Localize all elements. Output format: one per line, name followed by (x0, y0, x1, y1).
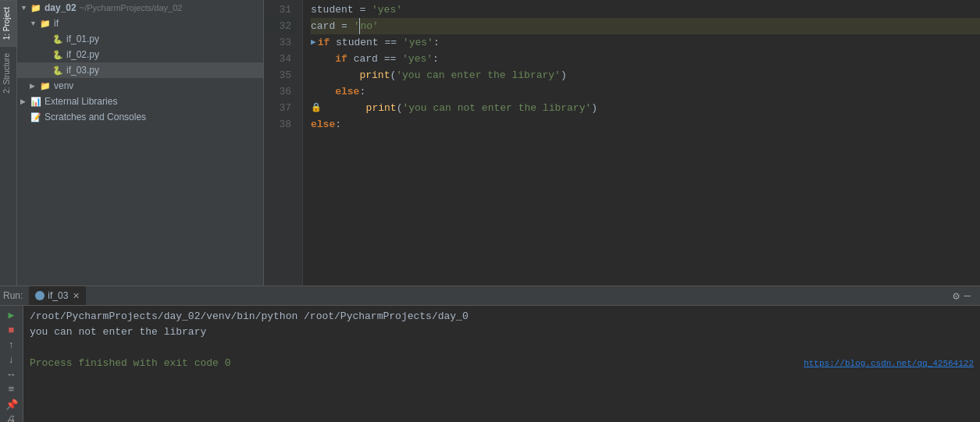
scroll-down-button[interactable]: ↓ (3, 354, 20, 366)
token: 'you can not enter the library' (402, 100, 591, 116)
code-line-31: student = 'yes' (311, 2, 980, 18)
run-output: /root/PycharmProjects/day_02/venv/bin/py… (23, 306, 980, 422)
spacer-if03 (42, 66, 52, 75)
code-line-36: else : (311, 83, 980, 100)
arrow-if: ▼ (30, 20, 39, 27)
bookmark-33: ▶ (311, 34, 316, 51)
token: = (335, 18, 353, 34)
code-line-37: 🔒 print ( 'you can not enter the library… (311, 100, 980, 116)
tree-label-if02: if_02.py (66, 49, 99, 60)
token: 'yes' (402, 51, 433, 67)
token: student == (330, 34, 403, 51)
token: : (335, 116, 341, 133)
token: print (359, 67, 390, 83)
code-content[interactable]: student = 'yes' card = 'no' ▶ if student… (303, 0, 980, 285)
code-line-35: print ( 'you can enter the library' ) (311, 67, 980, 83)
tree-item-if01[interactable]: 🐍 if_01.py (17, 31, 263, 47)
token: 'yes' (372, 2, 402, 18)
token: : (433, 51, 439, 67)
token: ' (354, 18, 360, 34)
token (311, 83, 335, 100)
settings-icon[interactable]: ⚙ (953, 289, 959, 303)
tree-label-if01: if_01.py (66, 34, 99, 44)
run-controls: ⚙ — (953, 289, 977, 303)
line-num-33: 33 (264, 34, 296, 51)
output-line-command: /root/PycharmProjects/day_02/venv/bin/py… (30, 309, 974, 324)
tree-item-day02[interactable]: ▼ 📁 day_02 ~/PycharmProjects/day_02 (17, 0, 263, 16)
line-num-34: 34 (264, 51, 296, 67)
tree-item-scratches[interactable]: 📝 Scratches and Consoles (17, 109, 263, 125)
bottom-panel: Run: if_03 ✕ ⚙ — ▶ ■ ↑ ↓ ↔ ≡ 📌 🖨 ⋯ /r (0, 285, 980, 422)
run-tab-if03[interactable]: if_03 ✕ (29, 286, 86, 305)
line-num-32: 32 (264, 18, 296, 34)
run-tab-bar: Run: if_03 ✕ ⚙ — (0, 286, 980, 306)
bookmark-37: 🔒 (311, 100, 322, 116)
tree-item-if02[interactable]: 🐍 if_02.py (17, 47, 263, 62)
token: : (359, 83, 365, 100)
line-num-31: 31 (264, 2, 296, 18)
cursor: no (359, 18, 372, 34)
left-tab-panel: 1: Project 2: Structure (0, 0, 17, 285)
tree-item-if-folder[interactable]: ▼ 📁 if (17, 16, 263, 31)
tree-item-extlibs[interactable]: ▶ 📊 External Libraries (17, 94, 263, 109)
token: ) (561, 67, 567, 83)
spacer-if01 (42, 35, 52, 44)
wrap-button[interactable]: ↔ (3, 369, 20, 381)
token: ' (372, 18, 379, 34)
code-area: 31 32 33 34 35 36 37 38 student = 'yes' (264, 0, 980, 285)
structure-tab[interactable]: 2: Structure (0, 46, 16, 100)
code-editor: 31 32 33 34 35 36 37 38 student = 'yes' (264, 0, 980, 285)
tree-label-if03: if_03.py (66, 65, 99, 76)
pin-button[interactable]: 📌 (3, 399, 20, 411)
token: 'yes' (403, 34, 433, 51)
code-line-33: ▶ if student == 'yes' : (311, 34, 980, 51)
tree-path-day02: ~/PycharmProjects/day_02 (80, 3, 183, 12)
pyfile-icon-if01: 🐍 (52, 33, 64, 45)
output-link[interactable]: https://blog.csdn.net/qq_42564122 (804, 356, 974, 371)
token: card (311, 18, 335, 34)
scroll-up-button[interactable]: ↑ (3, 339, 20, 351)
arrow-day02: ▼ (20, 4, 30, 12)
token: print (366, 100, 397, 116)
run-toolbar-area: ▶ ■ ↑ ↓ ↔ ≡ 📌 🖨 ⋯ /root/PycharmProjects/… (0, 306, 980, 422)
token: ( (390, 67, 396, 83)
main-layout: 1: Project 2: Structure ▼ 📁 day_02 ~/Pyc… (0, 0, 980, 285)
line-num-37: 37 (264, 100, 296, 116)
token (323, 100, 366, 116)
tree-label-extlibs: External Libraries (45, 96, 117, 107)
token: = (354, 2, 372, 18)
close-tab-icon[interactable]: ✕ (73, 291, 80, 301)
token (311, 51, 335, 67)
tree-item-venv[interactable]: ▶ 📁 venv (17, 78, 263, 94)
minimize-icon[interactable]: — (964, 289, 971, 302)
spacer-scratches (20, 113, 30, 122)
spacer-if02 (42, 51, 52, 59)
code-line-32: card = 'no' (311, 18, 980, 34)
token: else (335, 83, 359, 100)
pyfile-icon-if02: 🐍 (52, 48, 64, 61)
scratches-icon: 📝 (30, 111, 42, 123)
project-tree: ▼ 📁 day_02 ~/PycharmProjects/day_02 ▼ 📁 … (17, 0, 264, 285)
arrow-venv: ▶ (30, 82, 39, 90)
tree-label-if: if (54, 18, 59, 29)
token: 'you can enter the library' (396, 67, 561, 83)
tree-button[interactable]: ≡ (3, 384, 20, 395)
project-tab[interactable]: 1: Project (0, 0, 16, 46)
code-line-34: if card == 'yes' : (311, 51, 980, 67)
token: student (311, 2, 354, 18)
line-num-36: 36 (264, 83, 296, 100)
output-line-process: Process finished with exit code 0 https:… (30, 356, 974, 371)
run-label: Run: (3, 290, 23, 301)
pyfile-icon-if03: 🐍 (52, 64, 64, 76)
token (311, 67, 359, 83)
print-button[interactable]: 🖨 (3, 414, 20, 422)
extlib-icon: 📊 (30, 95, 42, 108)
tree-item-if03[interactable]: 🐍 if_03.py (17, 62, 263, 78)
folder-icon-venv: 📁 (39, 80, 52, 92)
run-play-button[interactable]: ▶ (3, 309, 20, 321)
output-line-result: you can not enter the library (30, 324, 974, 340)
token: card == (347, 51, 402, 67)
run-stop-button[interactable]: ■ (3, 324, 20, 336)
folder-icon-if: 📁 (39, 17, 52, 30)
line-num-38: 38 (264, 116, 296, 133)
